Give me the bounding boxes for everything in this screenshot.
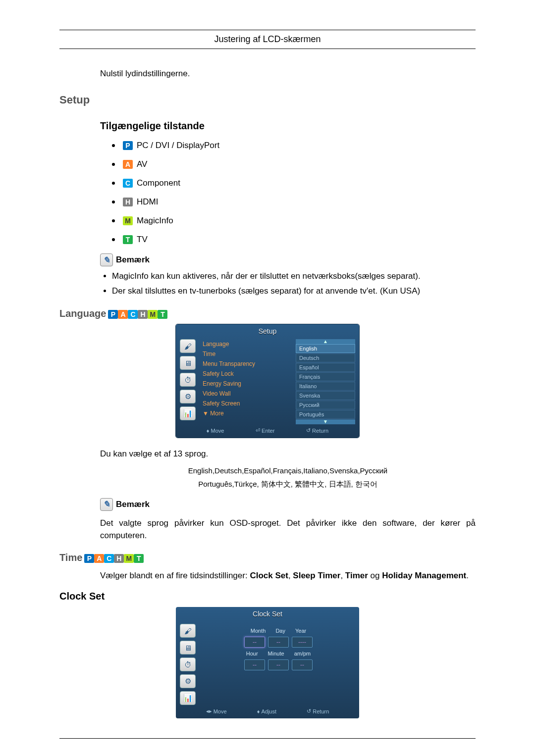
osd-footer-return: ↺ Return [306, 427, 328, 434]
osd-icon-gear: ⚙ [180, 390, 196, 403]
osd-option: Français [296, 372, 355, 381]
mode-icon-c: C [104, 554, 114, 563]
scroll-down-icon: ▼ [296, 419, 355, 424]
clock-fields-row1: -- -- ---- [244, 637, 313, 648]
osd-icon-display: 🖥 [180, 641, 196, 655]
language-intro: Du kan vælge et af 13 sprog. [100, 448, 476, 460]
osd-more: ▼ More [201, 408, 293, 418]
osd-menu-item: Language [201, 339, 293, 349]
mode-icon-p: P [84, 554, 94, 563]
osd-icon-multi: 📊 [180, 691, 196, 705]
osd-menu-item: Time [201, 349, 293, 359]
osd-footer-move: ◂▸ Move [206, 708, 227, 714]
setup-note-2: Der skal tilsluttes en tv-tunerboks (sæl… [112, 286, 476, 296]
osd-menu-items: Language Time Menu Transparency Safety L… [201, 339, 293, 424]
language-list-1: English,Deutsch,Español,Français,Italian… [100, 466, 476, 475]
osd-icon-paint: 🖌 [180, 624, 196, 638]
osd-category-icons: 🖌 🖥 ⏱ ⚙ 📊 [180, 339, 197, 424]
clock-year-box: ---- [292, 637, 313, 648]
mode-icon-c: C [123, 179, 133, 188]
osd-footer: ♦ Move ⏎ Enter ↺ Return [176, 424, 359, 435]
language-heading-text: Language [59, 308, 106, 319]
header-rule-bottom [59, 49, 476, 49]
note-label: Bemærk [116, 500, 150, 509]
mode-icon-m: M [123, 216, 133, 225]
clockset-heading: Clock Set [59, 591, 476, 602]
osd-menu-item: Safety Lock [201, 369, 293, 379]
osd-footer-adjust: ♦ Adjust [257, 708, 276, 714]
clock-fields-row2: -- -- -- [244, 659, 313, 670]
osd-option: Español [296, 363, 355, 372]
mode-item-hdmi: H HDMI [112, 197, 476, 207]
bullet-icon [112, 238, 115, 241]
clock-minute-box: -- [268, 659, 289, 670]
bullet-icon [112, 163, 115, 166]
mode-label: MagicInfo [137, 216, 173, 226]
mode-icon-m: M [148, 310, 158, 319]
language-heading: Language PACHMT [59, 308, 476, 319]
osd-icon-multi: 📊 [180, 406, 196, 420]
osd-footer: ◂▸ Move ♦ Adjust ↺ Return [176, 705, 359, 715]
mode-label: PC / DVI / DisplayPort [137, 141, 219, 151]
page-header-title: Justering af LCD-skærmen [59, 34, 476, 45]
mode-icon-t: T [158, 310, 167, 319]
mode-icon-t: T [134, 554, 144, 563]
note-row: ✎ Bemærk [100, 253, 476, 266]
clock-hour-box: -- [244, 659, 265, 670]
osd-language-options: ▲ English Deutsch Español Français Itali… [296, 339, 355, 424]
language-note: Det valgte sprog påvirker kun OSD-sproge… [100, 517, 476, 542]
mode-label: AV [137, 159, 147, 169]
language-list-2: Português,Türkçe, 简体中文, 繁體中文, 日本語, 한국어 [100, 480, 476, 489]
time-heading: Time PACHMT [59, 552, 476, 563]
setup-heading: Setup [59, 94, 476, 106]
note-icon: ✎ [100, 253, 113, 266]
mode-icons-row: PACHMT [108, 308, 167, 319]
mode-label: Component [137, 178, 180, 188]
footer-rule [59, 738, 476, 739]
mode-icon-p: P [108, 310, 118, 319]
mode-label: HDMI [137, 197, 158, 207]
mode-icon-a: A [94, 554, 104, 563]
mode-item-tv: T TV [112, 235, 476, 245]
osd-clockset-screenshot: Clock Set 🖌 🖥 ⏱ ⚙ 📊 Month Day Year -- --… [176, 607, 359, 718]
mode-item-magicinfo: M MagicInfo [112, 216, 476, 226]
osd-footer-return: ↺ Return [307, 708, 329, 714]
mode-item-pc: P PC / DVI / DisplayPort [112, 141, 476, 151]
scroll-up-icon: ▲ [296, 339, 355, 344]
osd-menu-item: Safety Screen [201, 399, 293, 408]
bullet-icon [112, 182, 115, 185]
osd-menu-item: Video Wall [201, 389, 293, 399]
osd-option: Svenska [296, 391, 355, 400]
mode-icon-t: T [123, 235, 133, 244]
osd-option-selected: English [296, 344, 355, 353]
document-page: Justering af LCD-skærmen Nulstil lydinds… [0, 0, 535, 756]
osd-category-icons: 🖌 🖥 ⏱ ⚙ 📊 [180, 624, 197, 705]
osd-setup-screenshot: Setup 🖌 🖥 ⏱ ⚙ 📊 Language Time Menu Trans… [176, 324, 359, 438]
mode-icon-m: M [124, 554, 134, 563]
mode-list: P PC / DVI / DisplayPort A AV C Componen… [112, 141, 476, 245]
mode-icons-row: PACHMT [84, 552, 144, 563]
osd-option: Русский [296, 401, 355, 409]
time-intro: Vælger blandt en af fire tidsindstilling… [59, 569, 476, 582]
reset-audio-text: Nulstil lydindstillingerne. [59, 69, 476, 79]
clock-day-box: -- [268, 637, 289, 648]
osd-icon-gear: ⚙ [180, 674, 196, 688]
mode-icon-a: A [118, 310, 128, 319]
osd-icon-clock: ⏱ [180, 373, 196, 387]
bullet-icon [112, 219, 115, 222]
osd-menu-item: Menu Transparency [201, 359, 293, 369]
mode-item-component: C Component [112, 178, 476, 188]
mode-icon-a: A [123, 160, 133, 169]
setup-notes-list: MagicInfo kan kun aktiveres, når der er … [100, 271, 476, 296]
osd-title: Setup [176, 324, 359, 339]
note-row: ✎ Bemærk [100, 498, 476, 511]
time-heading-text: Time [59, 552, 82, 563]
osd-icon-clock: ⏱ [180, 657, 196, 671]
mode-icon-h: H [114, 554, 124, 563]
clock-month-box: -- [244, 637, 265, 648]
clock-labels-row2: Hour Minute am/pm [246, 651, 311, 656]
osd-option: Italiano [296, 382, 355, 391]
osd-icon-display: 🖥 [180, 356, 196, 370]
header-rule-top [59, 30, 476, 30]
bullet-icon [112, 201, 115, 203]
